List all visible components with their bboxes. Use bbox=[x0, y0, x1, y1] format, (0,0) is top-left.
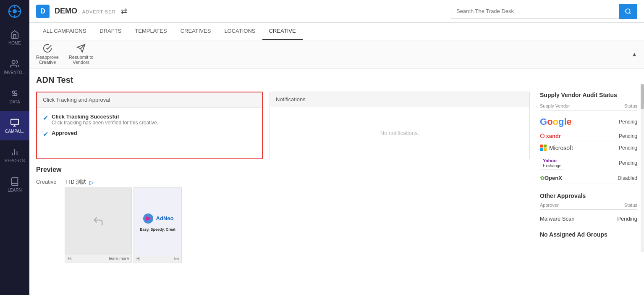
sidebar-item-inventory[interactable]: INVENTO... bbox=[0, 52, 29, 82]
toolbar: ReapproveCreative Resubmit toVendors ▲ bbox=[29, 40, 644, 68]
google-status: Pending bbox=[619, 119, 637, 125]
preview-section: Preview Creative TTD 測試 ▷ bbox=[36, 166, 530, 263]
svg-rect-11 bbox=[11, 119, 18, 124]
vendor-col-header: Supply Vendor bbox=[540, 103, 570, 108]
preview-cards: Hi learn more bbox=[65, 187, 182, 263]
sidebar-item-home-label: HOME bbox=[8, 41, 21, 45]
check-icon-1: ✔ bbox=[43, 114, 48, 122]
svg-point-8 bbox=[15, 93, 17, 96]
xandr-status: Pending bbox=[619, 133, 637, 139]
other-approvals: Other Approvals Approver Status Malware … bbox=[540, 192, 637, 224]
tab-all-campaigns[interactable]: ALL CAMPAIGNS bbox=[36, 23, 93, 40]
search-container bbox=[451, 4, 637, 19]
sidebar-item-home[interactable]: HOME bbox=[0, 23, 29, 52]
approval-status-col-header: Status bbox=[624, 203, 637, 208]
search-button[interactable] bbox=[619, 4, 637, 19]
preview-area: Creative TTD 測試 ▷ bbox=[36, 179, 530, 263]
sidebar: HOME INVENTO... DATA bbox=[0, 0, 29, 295]
supply-vendor-title: Supply Vendor Audit Status bbox=[540, 92, 637, 98]
sidebar-item-inventory-label: INVENTO... bbox=[4, 70, 26, 75]
approver-col-header: Approver bbox=[540, 203, 559, 208]
advertiser-badge: D bbox=[36, 5, 50, 18]
click-tracking-header: Click Tracking and Approval bbox=[37, 92, 262, 108]
preview-title: Preview bbox=[36, 166, 530, 174]
main-content: D DEMO ADVERTISER ⇄ bbox=[29, 0, 644, 295]
click-tracking-body: ✔ Click Tracking Successful Click tracki… bbox=[37, 108, 262, 148]
malware-scan-label: Malware Scan bbox=[540, 216, 574, 222]
play-icon[interactable]: ▷ bbox=[89, 179, 94, 186]
ad-card-2: AdNeo Easy, Speedy, Creat Hi bbox=[134, 187, 182, 263]
malware-scan-status: Pending bbox=[617, 216, 637, 222]
click-tracking-success-label: Click Tracking Successful bbox=[52, 113, 158, 120]
ad-card-1: Hi learn more bbox=[65, 187, 132, 263]
notifications-body: No notifications. bbox=[270, 107, 529, 159]
right-panel: Supply Vendor Audit Status Supply Vendor… bbox=[537, 92, 637, 263]
app-name: DEMO bbox=[55, 7, 77, 15]
vendor-row-microsoft: Microsoft Pending bbox=[540, 142, 637, 154]
notifications-header: Notifications bbox=[270, 92, 529, 107]
yahoo-status: Pending bbox=[619, 160, 637, 166]
vendor-row-google: Google Pending bbox=[540, 114, 637, 130]
search-input[interactable] bbox=[451, 4, 619, 19]
switch-advertiser-button[interactable]: ⇄ bbox=[121, 7, 127, 16]
approvals-table-header: Approver Status bbox=[540, 203, 637, 210]
reapprove-label: ReapproveCreative bbox=[36, 55, 59, 65]
sidebar-item-campaigns[interactable]: CAMPAI... bbox=[0, 111, 29, 140]
google-logo: Google bbox=[540, 116, 572, 127]
svg-line-18 bbox=[629, 13, 631, 14]
vendor-table-header: Supply Vendor Status bbox=[540, 103, 637, 111]
content-grid: Click Tracking and Approval ✔ Click Trac… bbox=[36, 92, 530, 159]
click-tracking-panel: Click Tracking and Approval ✔ Click Trac… bbox=[36, 92, 263, 159]
other-approvals-title: Other Approvals bbox=[540, 192, 637, 199]
advertiser-info: DEMO ADVERTISER bbox=[55, 7, 116, 16]
tab-templates[interactable]: TEMPLATES bbox=[128, 23, 173, 40]
svg-point-7 bbox=[13, 91, 15, 93]
openx-status: Disabled bbox=[618, 175, 637, 181]
click-tracking-success-item: ✔ Click Tracking Successful Click tracki… bbox=[43, 113, 256, 126]
ad-name: TTD 測試 ▷ bbox=[65, 179, 182, 186]
sidebar-item-data[interactable]: DATA bbox=[0, 82, 29, 111]
check-icon-2: ✔ bbox=[43, 130, 48, 138]
app-logo[interactable] bbox=[0, 0, 29, 23]
sidebar-item-reports-label: REPORTS bbox=[5, 158, 25, 163]
openx-logo: ✿OpenX bbox=[540, 175, 562, 181]
page-title: ADN Test bbox=[36, 75, 637, 85]
tab-drafts[interactable]: DRAFTS bbox=[93, 23, 128, 40]
status-col-header: Status bbox=[624, 103, 637, 108]
sidebar-item-learn-label: LEARN bbox=[8, 188, 21, 192]
svg-point-6 bbox=[12, 60, 15, 63]
sidebar-item-campaigns-label: CAMPAI... bbox=[5, 129, 24, 134]
tab-creative[interactable]: CREATIVE bbox=[262, 23, 303, 40]
sidebar-item-learn[interactable]: LEARN bbox=[0, 170, 29, 199]
page-content: ADN Test Click Tracking and Approval ✔ bbox=[29, 68, 644, 295]
creative-label: Creative bbox=[36, 179, 61, 185]
svg-point-1 bbox=[13, 9, 17, 13]
reapprove-creative-button[interactable]: ReapproveCreative bbox=[36, 44, 59, 65]
advertiser-type: ADVERTISER bbox=[82, 9, 116, 14]
tab-creatives[interactable]: CREATIVES bbox=[174, 23, 218, 40]
ad-card-1-top bbox=[65, 188, 131, 255]
vendor-row-openx: ✿OpenX Disabled bbox=[540, 172, 637, 184]
click-tracking-desc: Click tracking has been verified for thi… bbox=[52, 120, 158, 126]
approved-label: Approved bbox=[52, 130, 77, 136]
top-header: D DEMO ADVERTISER ⇄ bbox=[29, 0, 644, 23]
malware-scan-row: Malware Scan Pending bbox=[540, 213, 637, 224]
toolbar-collapse-button[interactable]: ▲ bbox=[631, 51, 637, 58]
ad-card-1-bottom: Hi learn more bbox=[65, 255, 131, 263]
sidebar-item-reports[interactable]: REPORTS bbox=[0, 140, 29, 170]
resubmit-vendors-button[interactable]: Resubmit toVendors bbox=[69, 44, 94, 65]
xandr-logo: ⬡ xandr bbox=[540, 133, 561, 139]
microsoft-status: Pending bbox=[619, 145, 637, 151]
tab-locations[interactable]: LOCATIONS bbox=[217, 23, 262, 40]
svg-point-17 bbox=[626, 9, 630, 13]
approved-item: ✔ Approved bbox=[43, 130, 256, 138]
vendor-row-xandr: ⬡ xandr Pending bbox=[540, 130, 637, 142]
microsoft-logo: Microsoft bbox=[540, 145, 573, 151]
vendor-row-yahoo: Yahoo Exchange Pending bbox=[540, 154, 637, 172]
resubmit-label: Resubmit toVendors bbox=[69, 55, 94, 65]
no-notifications-text: No notifications. bbox=[276, 113, 524, 153]
sidebar-item-data-label: DATA bbox=[9, 100, 20, 104]
yahoo-logo: Yahoo Exchange bbox=[540, 157, 564, 169]
vendor-table: Supply Vendor Status Google Pending bbox=[540, 103, 637, 184]
nav-tabs: ALL CAMPAIGNS DRAFTS TEMPLATES CREATIVES… bbox=[29, 23, 644, 40]
